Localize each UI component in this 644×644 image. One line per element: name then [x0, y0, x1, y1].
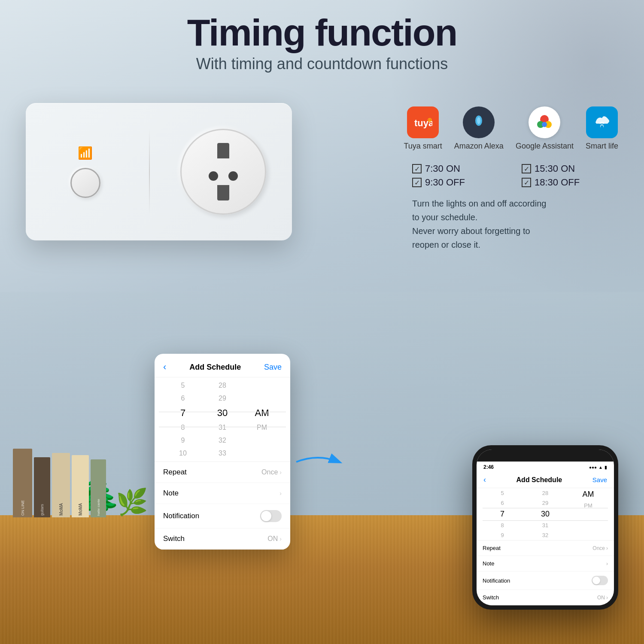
schedule-grid: ✓ 7:30 ON ✓ 15:30 ON ✓ 9:30 OFF ✓ 18:30 …: [412, 163, 618, 188]
note-row[interactable]: Note ›: [155, 483, 290, 504]
popup-back-button[interactable]: ‹: [163, 361, 166, 373]
p-hour-7: 7: [481, 508, 524, 520]
repeat-row[interactable]: Repeat Once ›: [155, 462, 290, 483]
page-title: Timing function: [0, 13, 644, 52]
phone-app-header: ‹ Add Schedule Save: [477, 471, 614, 488]
switch-button[interactable]: [70, 168, 100, 198]
phone-repeat-row[interactable]: Repeat Once ›: [477, 541, 614, 556]
phone-hour-col[interactable]: 5 6 7 8 9: [481, 488, 524, 540]
schedule-time-2: 9:30 OFF: [425, 177, 465, 188]
phone-notification-row[interactable]: Notification: [477, 571, 614, 590]
phone-time: 2:46: [483, 464, 494, 470]
popup-header: ‹ Add Schedule Save: [155, 354, 290, 377]
socket-hole-right: [228, 171, 238, 181]
smartlife-icon: [586, 106, 618, 138]
book-2: guitars: [34, 457, 50, 517]
socket-bottom: [217, 185, 229, 200]
p-min-28: 28: [524, 488, 567, 498]
svg-text:⊕: ⊕: [427, 116, 432, 123]
schedule-item-2: ✓ 9:30 OFF: [412, 177, 509, 188]
platforms-section: tuya ⊕ Tuya smart Amazon Alexa Google A: [404, 106, 618, 151]
schedule-item-3: ✓ 18:30 OFF: [522, 177, 618, 188]
time-columns: 5 6 7 8 9 10 28 29 30 31 32 33 AM PM: [155, 377, 290, 462]
schedule-item-1: ✓ 15:30 ON: [522, 163, 618, 174]
pine-cone-small: 🌿: [116, 487, 148, 517]
hour-item-10: 10: [163, 447, 203, 460]
p-period-pm: PM: [567, 501, 610, 510]
p-hour-5: 5: [481, 488, 524, 498]
phone-notification-toggle[interactable]: [592, 576, 608, 585]
switch-label: Switch: [163, 535, 185, 543]
phone-period-col[interactable]: AM PM: [567, 488, 610, 540]
phone-screen: 2:46 ●●● ▲ ▮ ‹ Add Schedule Save 5: [477, 450, 614, 605]
alexa-icon: [463, 106, 495, 138]
socket: [180, 129, 266, 215]
note-chevron: ›: [279, 490, 282, 497]
socket-hole-left: [209, 171, 218, 181]
min-item-31: 31: [203, 421, 242, 434]
tuya-icon: tuya ⊕: [407, 106, 439, 138]
phone-back-button[interactable]: ‹: [483, 475, 486, 484]
phone-save-button[interactable]: Save: [592, 476, 607, 483]
phone-notch-cutout: [519, 450, 571, 460]
battery-icon: ▮: [605, 465, 607, 470]
p-min-31: 31: [524, 520, 567, 530]
time-picker[interactable]: 5 6 7 8 9 10 28 29 30 31 32 33 AM PM: [155, 377, 290, 462]
phone-switch-chevron: ›: [606, 595, 608, 601]
platform-item-alexa: Amazon Alexa: [454, 106, 504, 151]
phone-repeat-value: Once ›: [592, 545, 608, 551]
schedule-description: Turn the lights on and off according to …: [412, 197, 618, 252]
switch-row[interactable]: Switch ON ›: [155, 529, 290, 550]
popup-save-button[interactable]: Save: [264, 363, 282, 372]
phone-time-picker[interactable]: 5 6 7 8 9 28 29 30 31 32 AM: [477, 488, 614, 541]
period-column[interactable]: AM PM: [242, 403, 282, 436]
phone-time-cols: 5 6 7 8 9 28 29 30 31 32 AM: [481, 488, 610, 540]
phone-container: 2:46 ●●● ▲ ▮ ‹ Add Schedule Save 5: [472, 445, 618, 610]
schedule-item-0: ✓ 7:30 ON: [412, 163, 509, 174]
socket-top: [217, 143, 229, 158]
toggle-knob: [261, 511, 271, 521]
switch-chevron: ›: [279, 535, 282, 542]
book-5: halte cante: [91, 459, 106, 517]
phone-status-bar: 2:46 ●●● ▲ ▮: [477, 462, 614, 471]
phone-repeat-label: Repeat: [483, 545, 501, 551]
p-hour-6: 6: [481, 498, 524, 508]
note-value: ›: [279, 490, 282, 497]
smartlife-label: Smart life: [586, 142, 618, 151]
phone-min-col[interactable]: 28 29 30 31 32: [524, 488, 567, 540]
wifi-status-icon: ▲: [598, 465, 603, 470]
phone-switch-value: ON ›: [597, 595, 608, 601]
phone-body: 2:46 ●●● ▲ ▮ ‹ Add Schedule Save 5: [472, 445, 618, 610]
alexa-label: Amazon Alexa: [454, 142, 504, 151]
books-stack: ON LINE guitars MoMA MoMA halte cante: [13, 449, 106, 517]
svg-point-8: [542, 122, 547, 127]
platform-item-smartlife: Smart life: [586, 106, 618, 151]
phone-switch-row[interactable]: Switch ON ›: [477, 590, 614, 605]
hour-item-6: 6: [163, 392, 203, 405]
p-min-30: 30: [524, 508, 567, 520]
schedule-time-0: 7:30 ON: [425, 163, 460, 174]
phone-note-row[interactable]: Note ›: [477, 556, 614, 571]
notification-row[interactable]: Notification: [155, 504, 290, 529]
panel-divider: [149, 129, 150, 215]
phone-notification-label: Notification: [483, 577, 510, 584]
schedule-time-3: 18:30 OFF: [535, 177, 580, 188]
hour-column[interactable]: 5 6 7 8 9 10: [163, 377, 203, 462]
arrow-container: [292, 449, 343, 477]
hour-item-8: 8: [163, 421, 203, 434]
phone-app-title: Add Schedule: [516, 476, 562, 484]
hour-item-9: 9: [163, 434, 203, 447]
signal-icon: ●●●: [589, 465, 597, 470]
phone-notch: [477, 450, 614, 462]
schedule-info: ✓ 7:30 ON ✓ 15:30 ON ✓ 9:30 OFF ✓ 18:30 …: [412, 163, 618, 252]
minute-column[interactable]: 28 29 30 31 32 33: [203, 377, 242, 462]
repeat-label: Repeat: [163, 468, 187, 477]
period-pm: PM: [242, 421, 282, 434]
phone-switch-label: Switch: [483, 594, 499, 601]
p-min-32: 32: [524, 530, 567, 540]
google-icon: [529, 106, 560, 138]
period-am: AM: [242, 405, 282, 421]
min-item-32: 32: [203, 434, 242, 447]
notification-toggle[interactable]: [260, 510, 282, 522]
min-item-33: 33: [203, 447, 242, 460]
